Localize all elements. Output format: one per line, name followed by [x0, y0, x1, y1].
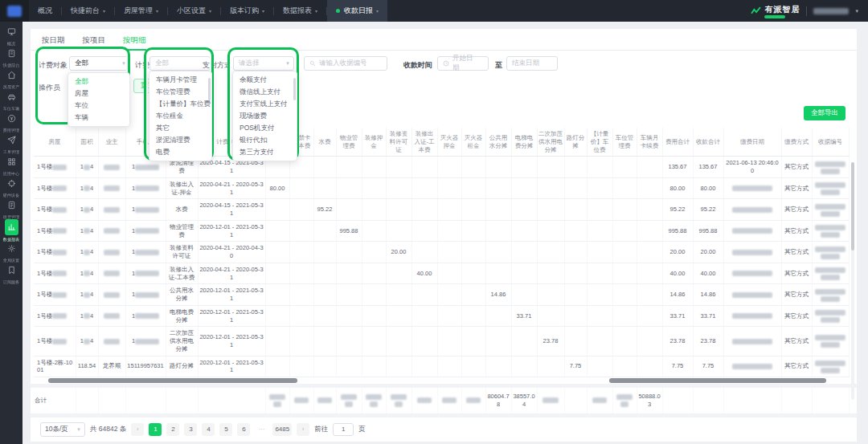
menu-item[interactable]: POS机支付	[233, 122, 297, 134]
page-button-4[interactable]: 4	[202, 423, 215, 436]
menu-scrollbar[interactable]	[293, 78, 296, 100]
billing-target-select[interactable]: 全部▼	[69, 56, 130, 71]
cell-c22	[637, 356, 662, 377]
sidebar-item-硬件设备[interactable]: 硬件设备	[0, 177, 23, 198]
page-button-6485[interactable]: 6485	[272, 423, 292, 436]
prev-page-button[interactable]: ‹	[131, 423, 144, 436]
redacted-value	[815, 267, 845, 273]
nav-tab-收款日报[interactable]: 收款日报▾	[327, 0, 387, 22]
nav-tab-快捷前台[interactable]: 快捷前台▾	[62, 0, 114, 22]
column-header-c15: 灭火器租金	[461, 128, 485, 157]
cell-c17	[511, 242, 537, 263]
nav-tab-数据报表[interactable]: 数据报表▾	[274, 0, 326, 22]
end-date-input[interactable]: 结束日期	[506, 56, 558, 71]
menu-item[interactable]: 支付宝线上支付	[233, 98, 297, 110]
cell-tf: 23.78	[662, 327, 693, 356]
sidebar-item-工单管理[interactable]: 工单管理	[0, 133, 23, 155]
cell-c9	[313, 220, 336, 242]
redacted-value	[616, 394, 633, 400]
menu-item[interactable]: 银行代扣	[233, 134, 297, 146]
menu-item[interactable]: 现场缴费	[233, 110, 297, 122]
billing-type-select[interactable]: 全部▼	[149, 56, 211, 71]
menu-item[interactable]: 房屋	[68, 88, 129, 100]
menu-scrollbar[interactable]	[208, 78, 211, 100]
menu-item[interactable]: 车位租金	[149, 110, 211, 122]
page-size-select[interactable]: 10条/页▼	[40, 422, 85, 437]
menu-item[interactable]: 车位	[68, 100, 129, 112]
sidebar-item-订阅服务[interactable]: 订阅服务	[0, 263, 23, 285]
menu-item[interactable]: 余额支付	[233, 74, 297, 86]
sidebar-item-费用管理[interactable]: 费用管理	[0, 112, 23, 133]
hscroll-thumb-right[interactable]	[609, 378, 826, 383]
nav-tab-房屋管理[interactable]: 房屋管理▾	[115, 0, 167, 22]
cell-c7	[265, 242, 289, 263]
sidebar-item-租赁管理[interactable]: 租赁管理	[0, 198, 23, 220]
cell-c12	[386, 284, 411, 306]
tab-按日期[interactable]: 按日期	[42, 29, 65, 51]
redacted-value	[52, 207, 67, 213]
cell-c21	[612, 305, 637, 327]
cell-tf: 135.67	[662, 157, 693, 178]
cell-c12	[386, 263, 411, 284]
cell-pm: 其它方式	[781, 327, 812, 356]
pay-method-dropdown-menu: 余额支付微信线上支付支付宝线上支付现场缴费POS机支付银行代扣第三方支付	[232, 71, 297, 161]
sidebar-item-概况[interactable]: 概况	[0, 25, 23, 47]
menu-item[interactable]: 其它	[149, 122, 211, 134]
total-cell-c10	[336, 388, 362, 413]
total-cell-c19	[564, 388, 587, 413]
menu-item[interactable]: 车辆月卡管理	[149, 74, 211, 86]
cell-area: 14	[76, 284, 98, 306]
menu-item[interactable]: 第三方支付	[233, 146, 297, 158]
username-redacted[interactable]	[813, 8, 849, 14]
nav-tab-版本订购[interactable]: 版本订购▾	[221, 0, 273, 22]
sidebar-item-快捷前台[interactable]: 快捷前台	[0, 47, 23, 68]
sidebar-item-全局设置[interactable]: 全局设置	[0, 242, 23, 263]
menu-item[interactable]: 【计量价】车位费	[149, 98, 211, 110]
menu-item[interactable]: 淤泥清理费	[149, 134, 211, 146]
cell-c13	[411, 242, 437, 263]
page-button-2[interactable]: 2	[166, 423, 179, 436]
cell-c16	[485, 220, 511, 242]
next-page-button[interactable]: ›	[297, 423, 309, 436]
menu-item[interactable]: 微信线上支付	[233, 86, 297, 98]
cell-tr: 40.00	[693, 263, 723, 284]
cell-c10	[336, 177, 362, 199]
cell-c13	[411, 356, 437, 377]
menu-item[interactable]: 车辆	[68, 112, 129, 124]
menu-item[interactable]: 电费	[149, 146, 211, 158]
start-date-input[interactable]: 开始日期	[437, 56, 489, 71]
nav-tab-概况[interactable]: 概况	[29, 0, 61, 22]
menu-item[interactable]: 全部	[68, 75, 129, 88]
receipt-search-input[interactable]: 请输入收据编号	[304, 56, 387, 71]
export-all-button[interactable]: 全部导出	[804, 106, 845, 120]
pay-method-select[interactable]: 请选择▼	[233, 56, 294, 71]
total-cell-c22: 50888.03	[637, 388, 662, 413]
hscroll-thumb-left[interactable]	[48, 378, 297, 383]
page-button-6[interactable]: 6	[237, 423, 250, 436]
page-button-3[interactable]: 3	[184, 423, 197, 436]
page-button-1[interactable]: 1	[149, 423, 162, 436]
cell-c16	[485, 177, 511, 199]
cell-phone: 1	[125, 263, 166, 284]
page-button-5[interactable]: 5	[219, 423, 232, 436]
vscroll-thumb[interactable]	[851, 162, 854, 251]
cell-c9	[313, 263, 336, 284]
user-caret-icon[interactable]: ▾	[855, 8, 858, 14]
cell-pm: 其它方式	[781, 284, 812, 306]
top-navbar: 概况快捷前台▾房屋管理▾小区设置▾版本订购▾数据报表▾收款日报▾ 有派智居 ▾	[0, 0, 868, 22]
sidebar-item-车位车辆[interactable]: 车位车辆	[0, 90, 23, 112]
tab-按明细[interactable]: 按明细	[123, 29, 146, 51]
sidebar-item-房屋资产[interactable]: 房屋资产	[0, 68, 23, 90]
cell-c22	[637, 263, 662, 284]
receive-time-label: 收款时间	[403, 60, 432, 71]
sidebar-item-应用中心[interactable]: 应用中心	[0, 155, 23, 177]
redacted-value	[732, 271, 772, 276]
tab-按项目[interactable]: 按项目	[83, 29, 106, 51]
goto-page-input[interactable]: 1	[333, 423, 354, 436]
menu-item[interactable]: 车位管理费	[149, 86, 211, 98]
sidebar-item-label: 快捷前台	[3, 62, 19, 68]
cell-owner	[98, 263, 125, 284]
nav-tab-小区设置[interactable]: 小区设置▾	[168, 0, 220, 22]
redacted-value	[84, 185, 90, 191]
sidebar-item-数据报表[interactable]: 数据报表	[0, 220, 23, 242]
